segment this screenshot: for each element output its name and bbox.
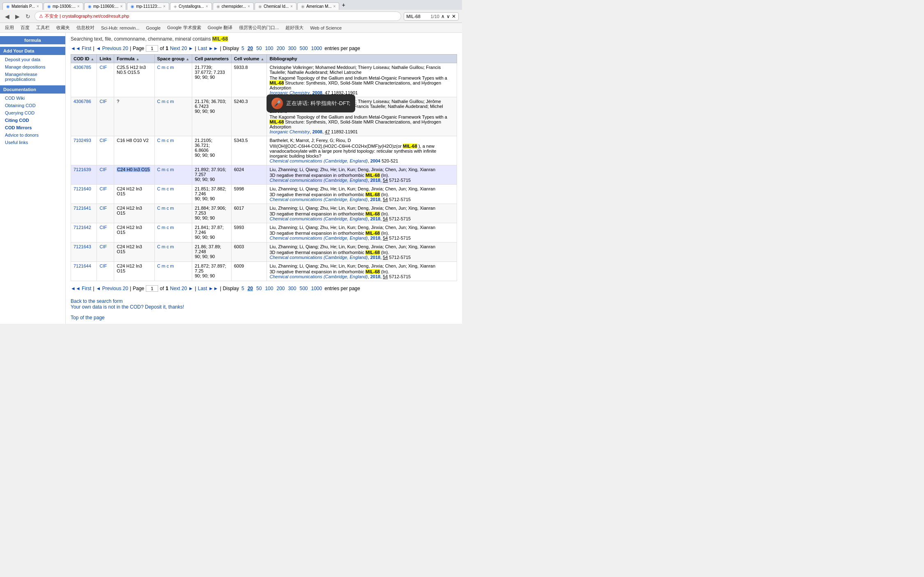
tab-mp-110606[interactable]: ◉ mp-110606:... ×	[84, 2, 126, 10]
cif-link[interactable]: CIF	[99, 206, 107, 211]
cod-id-link[interactable]: 7121643	[74, 244, 91, 249]
cif-link[interactable]: CIF	[99, 65, 107, 70]
tab-close-chemid[interactable]: ×	[290, 4, 293, 9]
bookmark-scihub[interactable]: Sci-Hub: removin...	[99, 25, 141, 31]
display-300[interactable]: 300	[288, 46, 296, 51]
bib-journal-link[interactable]: Chemical communications (Cambridge, Engl…	[269, 236, 368, 240]
display-100-b[interactable]: 100	[265, 286, 273, 291]
col-links[interactable]: Links	[97, 55, 114, 63]
bookmark-google[interactable]: Google	[145, 25, 162, 31]
sidebar-cod-wiki[interactable]: COD Wiki	[0, 94, 65, 102]
forward-button[interactable]: ▶	[14, 12, 21, 21]
display-200[interactable]: 200	[276, 46, 285, 51]
cod-id-link[interactable]: 7121641	[74, 206, 91, 211]
cod-id-link[interactable]: 4306785	[74, 65, 91, 70]
cod-id-link[interactable]: 7102493	[74, 138, 91, 143]
space-group-link[interactable]: C m c m	[157, 167, 174, 172]
tab-american-m[interactable]: ◉ American M... ×	[297, 2, 340, 10]
bookmark-apps[interactable]: 应用	[3, 24, 16, 31]
tab-chemspider[interactable]: ◉ chemspider... ×	[213, 2, 254, 10]
deposit-link[interactable]: Your own data is not in the COD? Deposit…	[71, 304, 457, 310]
tab-close-3[interactable]: ×	[120, 4, 123, 9]
back-to-search[interactable]: Back to the search form	[71, 298, 457, 304]
display-500[interactable]: 500	[299, 46, 308, 51]
cod-id-link[interactable]: 7121640	[74, 186, 91, 191]
last-page-top[interactable]: Last ►►	[198, 46, 218, 51]
bookmark-web-of-science[interactable]: Web of Science	[308, 25, 343, 31]
bookmark-toolbar[interactable]: 工具栏	[34, 24, 51, 31]
bookmark-university[interactable]: 超好强大	[284, 24, 305, 31]
col-space-group[interactable]: Space group ▲	[154, 55, 192, 63]
bib-journal-link[interactable]: Chemical communications (Cambridge, Engl…	[269, 216, 368, 221]
top-link[interactable]: Top of the page	[71, 315, 105, 321]
tab-close-crystal[interactable]: ×	[206, 4, 208, 9]
display-50-b[interactable]: 50	[256, 286, 262, 291]
find-close[interactable]: ✕	[452, 14, 456, 19]
cif-link[interactable]: CIF	[99, 138, 107, 143]
tab-crystallography[interactable]: ◈ Crystallogra... ×	[170, 2, 212, 10]
sidebar-cod-mirrors[interactable]: COD Mirrors	[0, 124, 65, 131]
sidebar-formula-link[interactable]: formula	[0, 36, 65, 44]
cif-link[interactable]: CIF	[99, 167, 107, 172]
cod-id-link[interactable]: 7121644	[74, 263, 91, 268]
sidebar-manage-release[interactable]: Manage/releaseprepublications	[0, 71, 65, 83]
tab-close-1[interactable]: ×	[37, 4, 39, 9]
bookmark-company[interactable]: 很厉害公司的门口...	[237, 24, 280, 31]
display-100[interactable]: 100	[265, 46, 273, 51]
bib-journal-link[interactable]: Inorganic Chemistry	[269, 129, 310, 134]
display-20-b[interactable]: 20	[248, 286, 253, 291]
bookmark-google-translate[interactable]: Google 翻译	[206, 24, 234, 31]
bib-journal-link[interactable]: Chemical communications (Cambridge, Engl…	[269, 274, 368, 279]
bib-journal-link[interactable]: Chemical communications (Cambridge, Engl…	[269, 197, 368, 202]
tab-close-am[interactable]: ×	[333, 4, 336, 9]
bookmark-favorites[interactable]: 收藏夹	[55, 24, 71, 31]
bib-journal-link[interactable]: Chemical communications (Cambridge, Engl…	[269, 158, 368, 163]
bib-journal-link[interactable]: Chemical communications (Cambridge, Engl…	[269, 178, 368, 183]
sidebar-querying-cod[interactable]: Querying COD	[0, 109, 65, 117]
cif-link[interactable]: CIF	[99, 263, 107, 268]
find-next[interactable]: ∨	[446, 14, 450, 19]
col-cell-params[interactable]: Cell parameters	[192, 55, 232, 63]
space-group-link[interactable]: C m c m	[157, 99, 174, 104]
tab-chemical-id[interactable]: ◉ Chemical Id... ×	[255, 2, 297, 10]
last-page-bottom[interactable]: Last ►►	[198, 286, 218, 291]
sidebar-advice-donors[interactable]: Advice to donors	[0, 131, 65, 139]
space-group-link[interactable]: C m c m	[157, 138, 174, 143]
back-button[interactable]: ◀	[3, 12, 11, 21]
space-group-link[interactable]: C m c m	[157, 206, 174, 211]
tab-close-chem[interactable]: ×	[248, 4, 250, 9]
bookmark-google-scholar[interactable]: Google 学术搜索	[165, 24, 203, 31]
display-1000[interactable]: 1000	[311, 46, 322, 51]
cif-link[interactable]: CIF	[99, 99, 107, 104]
first-page-bottom[interactable]: ◄◄ First	[71, 286, 91, 291]
display-200-b[interactable]: 200	[276, 286, 285, 291]
sidebar-deposit-data[interactable]: Deposit your data	[0, 56, 65, 63]
next-page-top[interactable]: Next 20 ►	[170, 46, 193, 51]
space-group-link[interactable]: C m c m	[157, 225, 174, 230]
cif-link[interactable]: CIF	[99, 186, 107, 191]
display-50[interactable]: 50	[256, 46, 262, 51]
cod-id-link[interactable]: 7121642	[74, 225, 91, 230]
display-300-b[interactable]: 300	[288, 286, 296, 291]
cif-link[interactable]: CIF	[99, 225, 107, 230]
display-1000-b[interactable]: 1000	[311, 286, 322, 291]
cod-id-link[interactable]: 7121639	[74, 167, 91, 172]
find-prev[interactable]: ∧	[441, 14, 445, 19]
tab-close-4[interactable]: ×	[163, 4, 165, 9]
page-input-bottom[interactable]	[146, 285, 158, 292]
new-tab-button[interactable]: +	[340, 0, 347, 10]
prev-page-top[interactable]: ◄ Previous 20	[96, 46, 129, 51]
sidebar-useful-links[interactable]: Useful links	[0, 139, 65, 146]
tab-mp-19306[interactable]: ◉ mp-19306:... ×	[44, 2, 83, 10]
space-group-link[interactable]: C m c m	[157, 65, 174, 70]
reload-button[interactable]: ↻	[24, 12, 32, 21]
cif-link[interactable]: CIF	[99, 244, 107, 249]
url-display[interactable]: ⚠ 不安全 | crystallography.net/cod/result.p…	[34, 11, 401, 21]
sidebar-citing-cod[interactable]: Citing COD	[0, 117, 65, 124]
col-formula[interactable]: Formula ▲	[114, 55, 154, 63]
sidebar-obtaining-cod[interactable]: Obtaining COD	[0, 102, 65, 109]
bib-journal-link[interactable]: Chemical communications (Cambridge, Engl…	[269, 255, 368, 260]
space-group-link[interactable]: C m c m	[157, 263, 174, 268]
display-20[interactable]: 20	[248, 46, 253, 51]
display-5[interactable]: 5	[241, 46, 244, 51]
